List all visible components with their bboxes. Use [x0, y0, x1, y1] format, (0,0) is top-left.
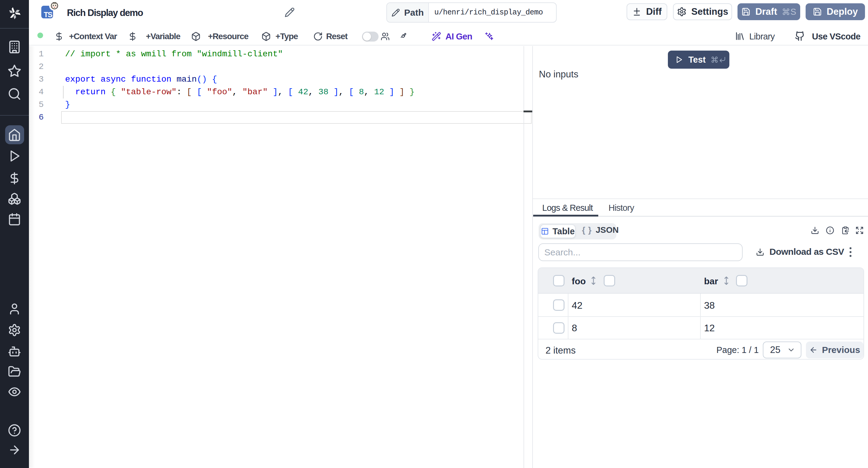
svg-text:TS: TS: [44, 10, 53, 19]
